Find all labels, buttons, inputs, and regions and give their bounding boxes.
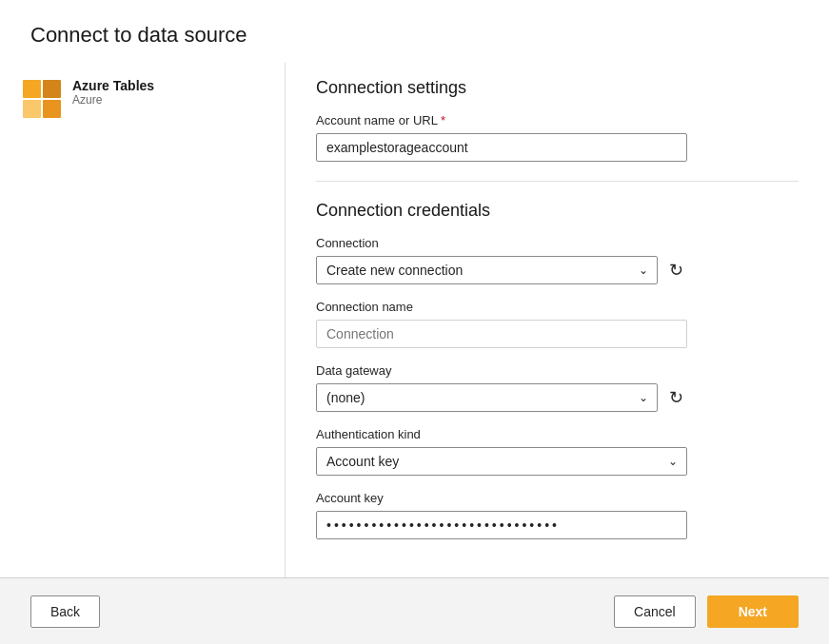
footer-left: Back (30, 595, 100, 628)
main-content: Azure Tables Azure Connection settings A… (0, 63, 829, 577)
account-key-label: Account key (316, 491, 799, 505)
connection-settings-section: Connection settings Account name or URL … (316, 78, 799, 162)
account-name-input[interactable] (316, 133, 687, 162)
auth-kind-label: Authentication kind (316, 427, 799, 441)
right-panel: Connection settings Account name or URL … (286, 63, 829, 577)
connection-dropdown-row: Create new connection ⌄ ↻ (316, 256, 687, 284)
connection-credentials-title: Connection credentials (316, 201, 799, 221)
icon-cell-bl (23, 100, 41, 118)
auth-kind-dropdown-row: Account key ⌄ (316, 447, 687, 476)
cancel-button[interactable]: Cancel (614, 595, 696, 628)
connector-icon (23, 80, 61, 118)
data-gateway-label: Data gateway (316, 363, 799, 378)
icon-cell-tr (43, 80, 61, 98)
account-key-input[interactable] (316, 511, 687, 539)
connection-label: Connection (316, 236, 799, 250)
account-key-field-group: Account key (316, 491, 799, 539)
data-gateway-field-group: Data gateway (none) ⌄ ↻ (316, 363, 799, 412)
auth-kind-field-group: Authentication kind Account key ⌄ (316, 427, 799, 476)
auth-kind-select[interactable]: Account key (316, 447, 687, 476)
next-button[interactable]: Next (707, 595, 799, 628)
footer-right: Cancel Next (614, 595, 799, 628)
connection-name-label: Connection name (316, 300, 799, 314)
required-asterisk: * (441, 113, 445, 127)
icon-cell-tl (23, 80, 41, 98)
connection-field-group: Connection Create new connection ⌄ ↻ (316, 236, 799, 284)
section-divider (316, 181, 799, 182)
account-name-label: Account name or URL * (316, 113, 799, 127)
data-gateway-refresh-button[interactable]: ↻ (665, 383, 687, 412)
data-gateway-dropdown-wrapper: (none) ⌄ (316, 383, 658, 412)
data-gateway-dropdown-row: (none) ⌄ ↻ (316, 383, 687, 412)
connector-info: Azure Tables Azure (72, 78, 154, 107)
connection-credentials-section: Connection credentials Connection Create… (316, 201, 799, 539)
page-title: Connect to data source (0, 0, 829, 63)
connection-name-input[interactable] (316, 320, 687, 348)
connection-dropdown-wrapper: Create new connection ⌄ (316, 256, 658, 284)
connection-refresh-button[interactable]: ↻ (665, 256, 687, 284)
left-panel: Azure Tables Azure (0, 63, 286, 577)
connector-subtitle: Azure (72, 93, 154, 107)
icon-cell-br (43, 100, 61, 118)
back-button[interactable]: Back (30, 595, 100, 628)
account-name-field-group: Account name or URL * (316, 113, 799, 162)
connector-name: Azure Tables (72, 78, 154, 93)
data-gateway-select[interactable]: (none) (316, 383, 658, 412)
connection-select[interactable]: Create new connection (316, 256, 658, 284)
connection-name-field-group: Connection name (316, 300, 799, 348)
connection-settings-title: Connection settings (316, 78, 799, 98)
auth-kind-dropdown-wrapper: Account key ⌄ (316, 447, 687, 476)
footer: Back Cancel Next (0, 577, 829, 644)
